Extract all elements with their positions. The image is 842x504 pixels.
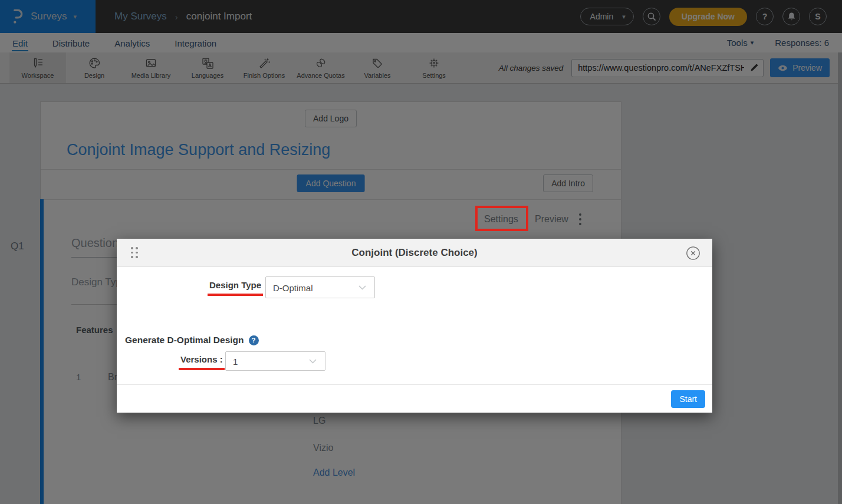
design-type-label: Design Type [208,280,263,296]
generate-design-heading: Generate D-Optimal Design ? [125,335,259,345]
close-icon[interactable] [686,246,700,261]
help-icon[interactable]: ? [249,335,259,345]
design-type-value: D-Optimal [273,282,313,292]
versions-select[interactable]: 1 [225,351,325,371]
modal-header: Conjoint (Discrete Choice) [117,239,712,267]
generate-heading-text: Generate D-Optimal Design [125,335,244,345]
modal-title: Conjoint (Discrete Choice) [351,247,477,259]
modal-body: Design Type D-Optimal Generate D-Optimal… [117,267,712,384]
chevron-down-icon [358,285,366,290]
conjoint-settings-modal: Conjoint (Discrete Choice) Design Type D… [117,239,712,413]
versions-value: 1 [233,356,238,366]
modal-footer: Start [117,384,712,413]
drag-handle-icon[interactable] [131,247,138,258]
design-type-select[interactable]: D-Optimal [265,276,375,298]
start-button[interactable]: Start [671,390,705,408]
versions-label: Versions : [179,354,225,370]
chevron-down-icon [309,359,317,364]
